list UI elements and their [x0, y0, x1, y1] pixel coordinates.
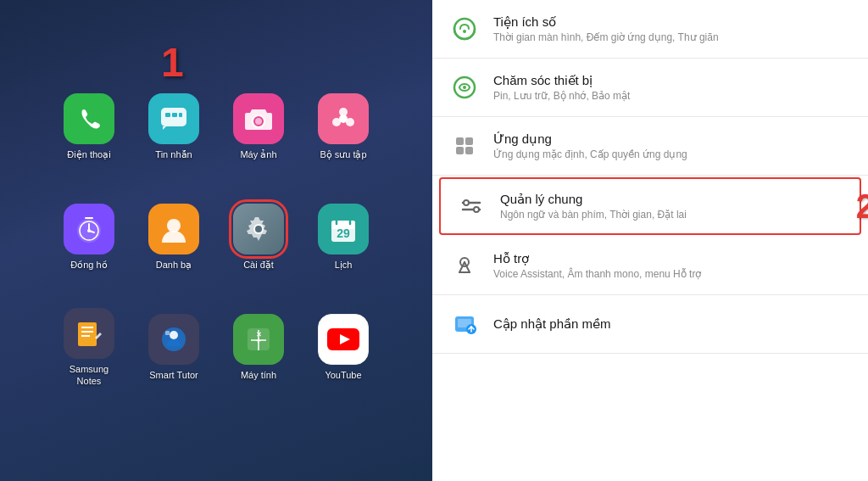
quan-ly-chung-title: Quản lý chung [500, 192, 687, 207]
samsung-notes-label: Samsung Notes [70, 364, 108, 386]
ung-dung-text: Ứng dụng Ứng dụng mặc định, Cấp quyền ứn… [493, 131, 687, 160]
settings-item-cham-soc[interactable]: Chăm sóc thiết bị Pin, Lưu trữ, Bộ nhớ, … [432, 59, 868, 117]
settings-item-tien-ich-so[interactable]: Tiện ích số Thời gian màn hình, Đếm giờ … [432, 0, 868, 59]
tin-nhan-label: Tin nhắn [155, 149, 192, 160]
svg-rect-3 [179, 113, 182, 117]
youtube-label: YouTube [325, 370, 361, 381]
cap-nhat-icon [449, 309, 480, 339]
svg-rect-1 [165, 113, 170, 117]
cap-nhat-title: Cập nhật phần mềm [493, 316, 611, 332]
ung-dung-title: Ứng dụng [493, 131, 687, 147]
app-dong-ho[interactable]: Đồng hồ [47, 204, 131, 277]
svg-point-49 [464, 200, 469, 205]
tien-ich-so-title: Tiện ích số [493, 14, 719, 30]
cap-nhat-text: Cập nhật phần mềm [493, 316, 611, 332]
smart-tutor-icon [148, 314, 199, 365]
svg-point-9 [339, 115, 348, 123]
settings-list: Tiện ích số Thời gian màn hình, Đếm giờ … [432, 0, 868, 481]
tien-ich-so-icon [449, 14, 480, 44]
svg-point-14 [87, 229, 91, 232]
app-danh-ba[interactable]: Danh bạ [131, 204, 216, 277]
youtube-icon [318, 314, 369, 365]
ung-dung-icon [449, 131, 480, 161]
svg-rect-24 [78, 322, 97, 346]
svg-point-15 [167, 219, 181, 232]
app-bo-suu-tap[interactable]: Bộ sưu tập [301, 93, 386, 167]
app-tin-nhan[interactable]: Tin nhắn [131, 93, 216, 167]
dong-ho-label: Đồng hồ [70, 260, 107, 271]
settings-panel: Tiện ích số Thời gian màn hình, Đếm giờ … [432, 0, 868, 481]
svg-point-42 [463, 86, 466, 89]
svg-point-50 [474, 207, 479, 212]
app-cai-dat[interactable]: Cài đặt [216, 204, 301, 277]
may-tinh-icon: ✕ ÷ [233, 314, 284, 365]
danh-ba-icon [148, 204, 199, 254]
bo-suu-tap-label: Bộ sưu tập [320, 149, 366, 160]
danh-ba-label: Danh bạ [156, 260, 192, 271]
dien-thoai-icon [64, 93, 114, 144]
svg-point-17 [255, 226, 262, 232]
may-anh-icon [233, 93, 284, 144]
step2-badge: 2 [856, 187, 868, 226]
app-samsung-notes[interactable]: Samsung Notes [47, 308, 131, 393]
cham-soc-title: Chăm sóc thiết bị [493, 73, 630, 88]
svg-rect-2 [172, 113, 177, 117]
svg-point-40 [463, 30, 466, 33]
svg-text:29: 29 [337, 227, 350, 240]
may-tinh-label: Máy tính [241, 370, 276, 381]
svg-rect-30 [165, 331, 170, 335]
may-anh-label: Máy ảnh [240, 149, 276, 160]
app-smart-tutor[interactable]: Smart Tutor [131, 314, 216, 388]
quan-ly-chung-icon [456, 191, 487, 221]
app-lich[interactable]: 29 Lịch [301, 204, 386, 277]
cai-dat-label: Cài đặt [243, 260, 274, 271]
app-youtube[interactable]: YouTube [301, 314, 386, 388]
quan-ly-chung-text: Quản lý chung Ngôn ngữ và bàn phím, Thời… [500, 192, 687, 221]
app-may-anh[interactable]: Máy ảnh [216, 93, 301, 167]
ung-dung-subtitle: Ứng dụng mặc định, Cấp quyền ứng dụng [493, 148, 687, 160]
quan-ly-chung-subtitle: Ngôn ngữ và bàn phím, Thời gian, Đặt lai [500, 209, 687, 221]
lich-label: Lịch [335, 260, 353, 271]
smart-tutor-label: Smart Tutor [149, 370, 198, 381]
cham-soc-text: Chăm sóc thiết bị Pin, Lưu trữ, Bộ nhớ, … [493, 73, 630, 102]
tien-ich-so-subtitle: Thời gian màn hình, Đếm giờ ứng dụng, Th… [493, 31, 719, 43]
dong-ho-icon [64, 204, 114, 254]
settings-item-quan-ly-chung[interactable]: Quản lý chung Ngôn ngữ và bàn phím, Thời… [439, 177, 861, 235]
cham-soc-icon [449, 72, 480, 103]
cai-dat-icon [233, 204, 284, 254]
tin-nhan-icon [148, 93, 199, 144]
ho-tro-title: Hỗ trợ [493, 251, 701, 266]
cham-soc-subtitle: Pin, Lưu trữ, Bộ nhớ, Bảo mật [493, 90, 630, 102]
svg-rect-46 [465, 147, 473, 154]
samsung-notes-icon [64, 308, 114, 359]
svg-rect-43 [456, 137, 464, 145]
svg-point-29 [170, 331, 178, 339]
ho-tro-subtitle: Voice Assistant, Âm thanh mono, menu Hỗ … [493, 268, 701, 280]
dien-thoai-label: Điện thoại [67, 149, 110, 160]
home-screen: 1 Điện thoại Tin nhắn [0, 0, 432, 481]
app-dien-thoai[interactable]: Điện thoại [47, 93, 131, 167]
bo-suu-tap-icon [318, 93, 369, 144]
svg-point-5 [255, 118, 262, 125]
lich-icon: 29 [318, 204, 369, 254]
step1-badge: 1 [161, 42, 184, 83]
svg-rect-45 [456, 147, 464, 154]
ho-tro-text: Hỗ trợ Voice Assistant, Âm thanh mono, m… [493, 251, 701, 280]
settings-item-ho-tro[interactable]: Hỗ trợ Voice Assistant, Âm thanh mono, m… [432, 237, 868, 295]
app-grid: Điện thoại Tin nhắn [47, 76, 386, 406]
settings-item-ung-dung[interactable]: Ứng dụng Ứng dụng mặc định, Cấp quyền ứn… [432, 117, 868, 176]
app-may-tinh[interactable]: ✕ ÷ Máy tính [216, 314, 301, 388]
tien-ich-so-text: Tiện ích số Thời gian màn hình, Đếm giờ … [493, 14, 719, 43]
svg-rect-44 [465, 137, 473, 145]
settings-item-cap-nhat[interactable]: Cập nhật phần mềm [432, 295, 868, 354]
ho-tro-icon [449, 250, 480, 281]
